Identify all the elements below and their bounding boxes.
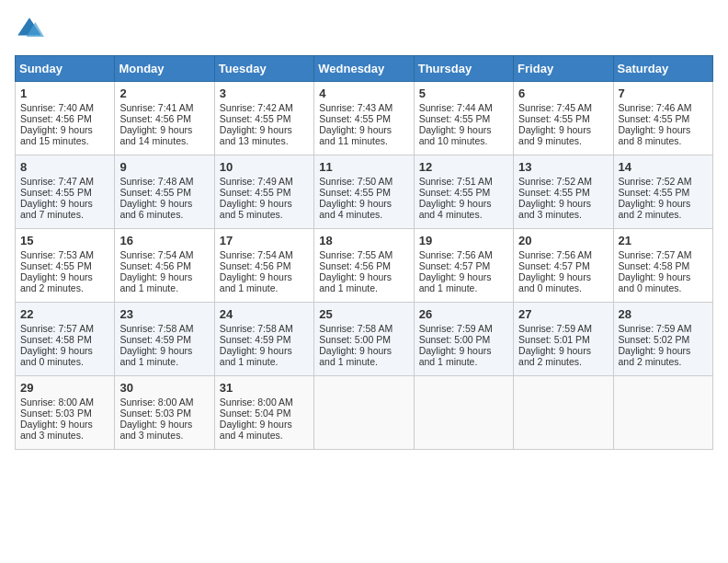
- day-number: 17: [220, 234, 309, 247]
- sunset: Sunset: 5:01 PM: [518, 334, 590, 345]
- sunrise: Sunrise: 7:57 AM: [20, 323, 94, 334]
- header-row: SundayMondayTuesdayWednesdayThursdayFrid…: [16, 56, 713, 82]
- calendar-cell: 7Sunrise: 7:46 AMSunset: 4:55 PMDaylight…: [613, 82, 712, 155]
- sunset: Sunset: 4:55 PM: [220, 113, 291, 124]
- sunset: Sunset: 4:56 PM: [119, 113, 191, 124]
- sunset: Sunset: 4:55 PM: [319, 187, 391, 198]
- day-number: 11: [319, 160, 408, 174]
- daylight: Daylight: 9 hours and 3 minutes.: [20, 419, 93, 441]
- day-number: 15: [20, 234, 109, 247]
- sunset: Sunset: 4:59 PM: [119, 334, 191, 345]
- sunset: Sunset: 4:55 PM: [518, 187, 590, 198]
- day-number: 27: [518, 307, 608, 321]
- day-number: 21: [619, 234, 708, 247]
- day-header-friday: Friday: [514, 56, 613, 82]
- calendar-cell: 19Sunrise: 7:56 AMSunset: 4:57 PMDayligh…: [414, 229, 513, 303]
- sunrise: Sunrise: 7:40 AM: [20, 102, 94, 113]
- sunrise: Sunrise: 7:54 AM: [119, 249, 193, 260]
- sunrise: Sunrise: 7:59 AM: [419, 323, 493, 334]
- sunrise: Sunrise: 7:51 AM: [419, 176, 493, 187]
- calendar-cell: [613, 376, 712, 450]
- day-number: 14: [619, 160, 708, 174]
- calendar-cell: 12Sunrise: 7:51 AMSunset: 4:55 PMDayligh…: [414, 155, 513, 229]
- sunrise: Sunrise: 7:57 AM: [619, 249, 692, 260]
- calendar-cell: 29Sunrise: 8:00 AMSunset: 5:03 PMDayligh…: [16, 376, 115, 450]
- calendar-cell: 3Sunrise: 7:42 AMSunset: 4:55 PMDaylight…: [214, 82, 313, 155]
- calendar-cell: 30Sunrise: 8:00 AMSunset: 5:03 PMDayligh…: [115, 376, 214, 450]
- daylight: Daylight: 9 hours and 0 minutes.: [619, 271, 691, 293]
- sunrise: Sunrise: 7:50 AM: [319, 176, 392, 187]
- day-number: 9: [119, 160, 209, 174]
- sunrise: Sunrise: 7:52 AM: [518, 176, 592, 187]
- calendar-cell: 21Sunrise: 7:57 AMSunset: 4:58 PMDayligh…: [613, 229, 712, 303]
- sunrise: Sunrise: 7:54 AM: [220, 249, 293, 260]
- day-number: 16: [119, 234, 209, 247]
- sunset: Sunset: 4:55 PM: [518, 113, 590, 124]
- daylight: Daylight: 9 hours and 4 minutes.: [319, 198, 392, 220]
- sunrise: Sunrise: 7:58 AM: [220, 323, 293, 334]
- calendar-cell: 4Sunrise: 7:43 AMSunset: 4:55 PMDaylight…: [314, 82, 414, 155]
- sunrise: Sunrise: 7:45 AM: [518, 102, 592, 113]
- sunrise: Sunrise: 7:41 AM: [119, 102, 193, 113]
- daylight: Daylight: 9 hours and 7 minutes.: [20, 198, 93, 220]
- daylight: Daylight: 9 hours and 0 minutes.: [518, 271, 591, 293]
- sunrise: Sunrise: 7:59 AM: [619, 323, 692, 334]
- daylight: Daylight: 9 hours and 1 minute.: [220, 271, 292, 293]
- sunrise: Sunrise: 8:00 AM: [20, 396, 94, 408]
- sunset: Sunset: 4:56 PM: [119, 260, 191, 271]
- sunset: Sunset: 4:59 PM: [220, 334, 291, 345]
- day-number: 18: [319, 234, 408, 247]
- calendar-cell: 28Sunrise: 7:59 AMSunset: 5:02 PMDayligh…: [613, 303, 712, 376]
- sunrise: Sunrise: 7:59 AM: [518, 323, 592, 334]
- day-header-tuesday: Tuesday: [214, 56, 313, 82]
- daylight: Daylight: 9 hours and 1 minute.: [319, 271, 392, 293]
- sunrise: Sunrise: 7:49 AM: [220, 176, 293, 187]
- sunset: Sunset: 5:00 PM: [419, 334, 491, 345]
- daylight: Daylight: 9 hours and 2 minutes.: [619, 198, 691, 220]
- calendar-cell: 11Sunrise: 7:50 AMSunset: 4:55 PMDayligh…: [314, 155, 414, 229]
- calendar-cell: [414, 376, 513, 450]
- sunrise: Sunrise: 7:56 AM: [419, 249, 493, 260]
- day-number: 2: [119, 86, 209, 100]
- daylight: Daylight: 9 hours and 4 minutes.: [419, 198, 492, 220]
- sunset: Sunset: 4:55 PM: [119, 187, 191, 198]
- calendar-cell: 8Sunrise: 7:47 AMSunset: 4:55 PMDaylight…: [16, 155, 115, 229]
- sunrise: Sunrise: 7:58 AM: [119, 323, 193, 334]
- daylight: Daylight: 9 hours and 4 minutes.: [220, 419, 292, 441]
- sunset: Sunset: 4:55 PM: [619, 113, 690, 124]
- daylight: Daylight: 9 hours and 1 minute.: [119, 271, 192, 293]
- sunset: Sunset: 4:55 PM: [419, 187, 491, 198]
- sunset: Sunset: 5:02 PM: [619, 334, 690, 345]
- day-number: 10: [220, 160, 309, 174]
- day-number: 29: [20, 381, 109, 395]
- calendar-cell: 15Sunrise: 7:53 AMSunset: 4:55 PMDayligh…: [16, 229, 115, 303]
- daylight: Daylight: 9 hours and 9 minutes.: [518, 124, 591, 146]
- logo: [15, 15, 48, 44]
- sunset: Sunset: 4:57 PM: [518, 260, 590, 271]
- day-number: 31: [220, 381, 309, 395]
- daylight: Daylight: 9 hours and 3 minutes.: [518, 198, 591, 220]
- day-header-wednesday: Wednesday: [314, 56, 414, 82]
- calendar-cell: 27Sunrise: 7:59 AMSunset: 5:01 PMDayligh…: [514, 303, 613, 376]
- daylight: Daylight: 9 hours and 1 minute.: [419, 271, 492, 293]
- calendar-cell: [514, 376, 613, 450]
- day-number: 26: [419, 307, 508, 321]
- daylight: Daylight: 9 hours and 10 minutes.: [419, 124, 492, 146]
- sunset: Sunset: 4:58 PM: [619, 260, 690, 271]
- calendar-cell: 23Sunrise: 7:58 AMSunset: 4:59 PMDayligh…: [115, 303, 214, 376]
- sunset: Sunset: 4:55 PM: [419, 113, 491, 124]
- day-number: 1: [20, 86, 109, 100]
- sunset: Sunset: 4:56 PM: [319, 260, 391, 271]
- daylight: Daylight: 9 hours and 13 minutes.: [220, 124, 292, 146]
- sunrise: Sunrise: 7:42 AM: [220, 102, 293, 113]
- daylight: Daylight: 9 hours and 15 minutes.: [20, 124, 93, 146]
- calendar-cell: 10Sunrise: 7:49 AMSunset: 4:55 PMDayligh…: [214, 155, 313, 229]
- calendar-cell: 6Sunrise: 7:45 AMSunset: 4:55 PMDaylight…: [514, 82, 613, 155]
- calendar-cell: 22Sunrise: 7:57 AMSunset: 4:58 PMDayligh…: [16, 303, 115, 376]
- logo-icon: [15, 15, 44, 44]
- calendar-cell: 31Sunrise: 8:00 AMSunset: 5:04 PMDayligh…: [214, 376, 313, 450]
- week-row-1: 1Sunrise: 7:40 AMSunset: 4:56 PMDaylight…: [16, 82, 713, 155]
- calendar-cell: 20Sunrise: 7:56 AMSunset: 4:57 PMDayligh…: [514, 229, 613, 303]
- sunset: Sunset: 5:03 PM: [20, 408, 92, 419]
- week-row-3: 15Sunrise: 7:53 AMSunset: 4:55 PMDayligh…: [16, 229, 713, 303]
